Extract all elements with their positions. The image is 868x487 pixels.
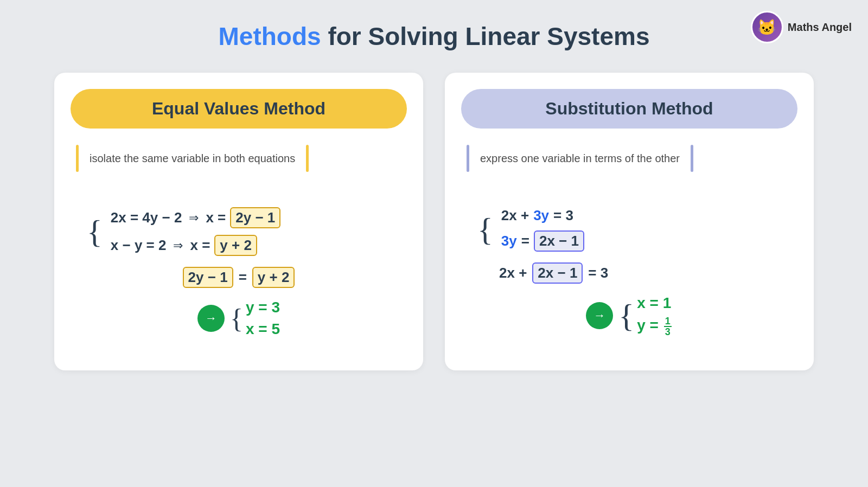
sub-eq1-blue: 3y (533, 207, 549, 224)
equality-sign: = (239, 269, 247, 286)
sub-eq-line-2: 3y = 2x − 1 (501, 230, 584, 252)
result-y-right: y = 1 3 (637, 316, 673, 337)
equal-values-equations: { 2x = 4y − 2 ⇒ x = 2y − 1 x − y = 2 ⇒ x… (71, 188, 407, 349)
eq2-left-text: x − y = 2 (111, 237, 167, 254)
equal-values-card: Equal Values Method isolate the same var… (54, 73, 423, 370)
sub-pre: 2x + (499, 265, 527, 281)
eq1-arrow: ⇒ (189, 211, 199, 225)
equal-values-header: Equal Values Method (71, 89, 407, 129)
page-title: Methods for Solving Linear Systems (219, 22, 650, 51)
fraction-numerator: 1 (664, 316, 672, 327)
result-block-right: → { x = 1 y = 1 3 (477, 294, 781, 337)
eq2-x: x = (190, 237, 210, 254)
sub-eq-line-1: 2x + 3y = 3 (501, 207, 584, 224)
eq2-box: y + 2 (214, 235, 257, 256)
sub-eq1-pre: 2x + (501, 207, 529, 224)
equality-line: 2y − 1 = y + 2 (87, 267, 391, 288)
logo-text: Maths Angel (788, 21, 852, 34)
sub-equality-line: 2x + 2x − 1 = 3 (477, 262, 781, 284)
arrow-circle-right: → (586, 302, 613, 329)
substitution-card: Substitution Method express one variable… (445, 73, 814, 370)
sub-box: 2x − 1 (532, 262, 583, 284)
desc-bar-right (306, 145, 309, 172)
substitution-equations: { 2x + 3y = 3 3y = 2x − 1 2x + (461, 188, 797, 348)
result-brace-right: { (618, 299, 634, 332)
eq1-box: 2y − 1 (230, 207, 280, 228)
result-lines-left: y = 3 x = 5 (246, 299, 280, 338)
result-y-left: y = 3 (246, 299, 280, 316)
title-highlight: Methods (219, 22, 321, 50)
equal-values-desc-text: isolate the same variable in both equati… (79, 145, 306, 172)
fraction-denominator: 3 (664, 327, 672, 337)
result-block-left: → { y = 3 x = 5 (87, 299, 391, 338)
eq1-left-text: 2x = 4y − 2 (111, 209, 182, 226)
sub-eq2-left: 3y (501, 233, 517, 249)
cards-container: Equal Values Method isolate the same var… (54, 73, 814, 370)
result-x-right: x = 1 (637, 294, 673, 312)
eq1-x: x = (206, 209, 226, 226)
substitution-description: express one variable in terms of the oth… (467, 145, 792, 172)
brace-right: { (477, 213, 493, 246)
logo-icon: 🐱 (751, 11, 783, 43)
result-lines-right: x = 1 y = 1 3 (637, 294, 673, 337)
equality-right: y + 2 (252, 267, 295, 288)
eq-line-1: 2x = 4y − 2 ⇒ x = 2y − 1 (111, 207, 280, 228)
result-y-fraction: 1 3 (664, 316, 672, 337)
substitution-header: Substitution Method (461, 89, 797, 129)
eq-lines-left: 2x = 4y − 2 ⇒ x = 2y − 1 x − y = 2 ⇒ x =… (111, 207, 280, 256)
eq-lines-right: 2x + 3y = 3 3y = 2x − 1 (501, 207, 584, 252)
result-brace-left: { (230, 305, 243, 332)
brace-left: { (87, 215, 103, 248)
eq2-arrow: ⇒ (173, 239, 183, 253)
arrow-circle-left: → (197, 305, 225, 332)
eq-system-left: { 2x = 4y − 2 ⇒ x = 2y − 1 x − y = 2 ⇒ x… (87, 207, 391, 256)
eq-line-2: x − y = 2 ⇒ x = y + 2 (111, 235, 280, 256)
sub-eq2-box: 2x − 1 (534, 230, 584, 252)
sub-end: = 3 (588, 265, 608, 281)
logo: 🐱 Maths Angel (751, 11, 852, 43)
equality-left: 2y − 1 (183, 267, 233, 288)
sub-eq2-eq: = (521, 233, 529, 249)
title-suffix: for Solving Linear Systems (321, 22, 650, 50)
desc-bar-right-right (691, 145, 693, 172)
equal-values-description: isolate the same variable in both equati… (76, 145, 401, 172)
sub-eq1-end: = 3 (553, 207, 573, 224)
eq-system-right: { 2x + 3y = 3 3y = 2x − 1 (477, 207, 781, 252)
result-x-left: x = 5 (246, 321, 280, 338)
substitution-desc-text: express one variable in terms of the oth… (469, 145, 691, 172)
